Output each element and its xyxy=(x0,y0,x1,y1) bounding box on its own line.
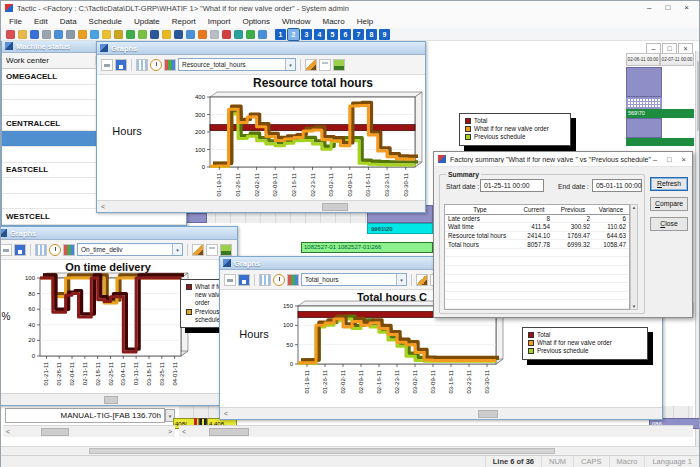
fs-close-icon[interactable]: × xyxy=(682,155,686,164)
graphs1-titlebar[interactable]: Graphs xyxy=(97,42,425,55)
page-button-7[interactable]: 7 xyxy=(353,29,364,40)
clock-icon[interactable] xyxy=(273,274,285,286)
graph-selector-combo[interactable]: On_time_deliv▾ xyxy=(77,243,183,256)
print-icon[interactable] xyxy=(1,244,12,256)
menu-item-schedule[interactable]: Schedule xyxy=(83,15,128,28)
maximize-icon[interactable]: □ xyxy=(665,1,670,15)
page-button-3[interactable]: 3 xyxy=(301,29,312,40)
fs-maximize-icon[interactable]: □ xyxy=(667,155,672,164)
minimize-icon[interactable]: – xyxy=(647,1,651,15)
print-icon[interactable] xyxy=(42,30,51,39)
grid-icon[interactable] xyxy=(63,244,75,256)
machine-cell-label[interactable]: MANUAL-TIG-[FAB 136.70h xyxy=(5,408,165,423)
pic-icon[interactable] xyxy=(220,244,232,256)
users-icon[interactable] xyxy=(186,30,195,39)
table-icon[interactable] xyxy=(90,30,99,39)
summary-table-row[interactable]: Late orders826 xyxy=(445,215,629,224)
gantt-vertical-scrollbar[interactable] xyxy=(695,51,699,446)
graphs2-hscrollbar[interactable] xyxy=(1,393,237,405)
factory-summary-titlebar[interactable]: Factory summary "What if for new valve "… xyxy=(434,152,692,167)
save-icon[interactable] xyxy=(238,274,250,286)
menu-item-macro[interactable]: Macro xyxy=(316,15,350,28)
undo-icon[interactable] xyxy=(222,30,231,39)
cols-icon[interactable] xyxy=(259,274,271,286)
export-icon[interactable] xyxy=(54,30,63,39)
gantt-bar-green[interactable] xyxy=(626,138,694,146)
save-icon[interactable] xyxy=(115,59,127,71)
close-button[interactable]: Close xyxy=(650,217,688,231)
graph-selector-combo[interactable]: Total_hours▾ xyxy=(301,273,407,286)
open-icon[interactable] xyxy=(18,30,27,39)
graphs3-hscrollbar[interactable]: < xyxy=(220,407,662,419)
summary-table-scrollbar[interactable]: ▲▼ xyxy=(630,204,638,310)
gantt-icon[interactable] xyxy=(234,30,243,39)
page-button-6[interactable]: 6 xyxy=(340,29,351,40)
levels-icon[interactable] xyxy=(138,30,147,39)
close-icon[interactable]: × xyxy=(684,1,689,15)
lock-icon[interactable] xyxy=(162,30,171,39)
page-icon[interactable] xyxy=(206,244,218,256)
menu-item-update[interactable]: Update xyxy=(128,15,166,28)
page-button-9[interactable]: 9 xyxy=(379,29,390,40)
chevron-down-icon[interactable]: ▾ xyxy=(396,274,406,285)
search-icon[interactable] xyxy=(66,30,75,39)
chevron-down-icon[interactable]: ▾ xyxy=(285,59,295,70)
gantt-bar[interactable] xyxy=(626,67,662,97)
main-hscrollbar[interactable] xyxy=(1,446,699,455)
menu-item-options[interactable]: Options xyxy=(236,15,276,28)
people-icon[interactable] xyxy=(258,30,267,39)
fs-minimize-icon[interactable]: – xyxy=(653,155,657,164)
graphs2-titlebar[interactable]: Graphs xyxy=(1,227,237,240)
bottom-left-hscrollbar[interactable]: < > xyxy=(3,425,175,437)
summary-table-row[interactable]: Resource total hours2414.101769.47644.63 xyxy=(445,232,629,241)
edit-icon[interactable] xyxy=(416,274,428,286)
summary-table-row[interactable]: Wait time411.54300.92110.62 xyxy=(445,223,629,232)
gantt-bar-hatched[interactable] xyxy=(626,97,662,109)
cols-icon[interactable] xyxy=(136,59,148,71)
new-icon[interactable] xyxy=(6,30,15,39)
page-button-2[interactable]: 2 xyxy=(288,29,299,40)
cols-icon[interactable] xyxy=(35,244,47,256)
print-icon[interactable] xyxy=(224,274,236,286)
pic-icon[interactable] xyxy=(333,59,345,71)
filter-icon[interactable] xyxy=(114,30,123,39)
graph-selector-combo[interactable]: Resource_total_hours▾ xyxy=(178,58,296,71)
grid-icon[interactable] xyxy=(287,274,299,286)
graphs1-hscrollbar[interactable]: < xyxy=(97,200,425,212)
tasks-icon[interactable] xyxy=(150,30,159,39)
board-icon[interactable] xyxy=(174,30,183,39)
menu-item-report[interactable]: Report xyxy=(166,15,202,28)
clock-icon[interactable] xyxy=(150,59,162,71)
print-icon[interactable] xyxy=(101,59,113,71)
menu-item-data[interactable]: Data xyxy=(54,15,83,28)
edit-icon[interactable] xyxy=(198,30,207,39)
end-date-field[interactable]: 05-01-11 00:00 xyxy=(592,179,642,192)
compare-button[interactable]: Compare xyxy=(650,197,688,211)
menu-item-help[interactable]: Help xyxy=(351,15,379,28)
menu-item-file[interactable]: File xyxy=(3,15,28,28)
percent-icon[interactable] xyxy=(246,30,255,39)
gantt-bar-cyan[interactable]: 9961\20 xyxy=(367,223,433,234)
page-button-5[interactable]: 5 xyxy=(327,29,338,40)
edit-icon[interactable] xyxy=(305,59,317,71)
gantt-bar-order[interactable]: 1082527-01 1082527-01\266 xyxy=(301,242,433,253)
menu-item-edit[interactable]: Edit xyxy=(28,15,54,28)
refresh-button[interactable]: Refresh xyxy=(650,177,688,191)
page-icon[interactable] xyxy=(319,59,331,71)
start-date-field[interactable]: 01-25-11 00:00 xyxy=(480,179,544,192)
clock-icon[interactable] xyxy=(49,244,61,256)
page-button-1[interactable]: 1 xyxy=(275,29,286,40)
save-icon[interactable] xyxy=(14,244,26,256)
bottom-right-hscrollbar[interactable]: < xyxy=(179,425,693,437)
gantt-bar-green[interactable]: 569\70 xyxy=(626,109,694,118)
save-icon[interactable] xyxy=(30,30,39,39)
edit-icon[interactable] xyxy=(192,244,204,256)
window-titlebar[interactable]: Tactic - <Factory : C:\TacticData\DLT-GR… xyxy=(1,1,699,15)
page-button-8[interactable]: 8 xyxy=(366,29,377,40)
clock-icon[interactable] xyxy=(78,30,87,39)
summary-table-row[interactable]: Total hours8057.786999.321058.47 xyxy=(445,240,629,249)
menu-item-window[interactable]: Window xyxy=(276,15,316,28)
menu-item-import[interactable]: Import xyxy=(202,15,237,28)
page-button-4[interactable]: 4 xyxy=(314,29,325,40)
gantt-bar[interactable] xyxy=(626,118,662,138)
